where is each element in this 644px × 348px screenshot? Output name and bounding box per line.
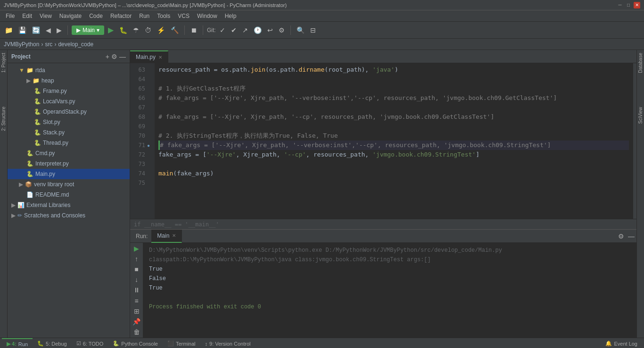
git-check-btn[interactable]: ✓ <box>218 25 227 35</box>
editor-tab-close[interactable]: ✕ <box>158 55 162 60</box>
code-editor[interactable]: 63 64 65 66 67 68 69 70 71 72 73 74 75 <box>130 63 636 219</box>
concurrency-button[interactable]: ⚡ <box>155 25 167 35</box>
window-controls[interactable]: ─ □ ✕ <box>617 2 640 8</box>
run-play-btn[interactable]: ▶ <box>132 245 141 252</box>
code-body[interactable]: resources_path = os.path.join(os.path.di… <box>155 63 633 219</box>
toolbar-project-btn[interactable]: 📁 <box>3 25 15 35</box>
run-button[interactable]: ▶ <box>106 25 116 35</box>
git-tick-btn[interactable]: ✔ <box>229 25 239 35</box>
git-settings-btn[interactable]: ⚙ <box>277 25 287 35</box>
tree-item-interpreter[interactable]: 🐍 Interpreter.py <box>8 158 130 169</box>
editor-scrollbar[interactable] <box>633 63 636 219</box>
tree-item-frame[interactable]: 🐍 Frame.py <box>8 86 130 96</box>
menu-vcs[interactable]: VCS <box>174 10 193 22</box>
menu-view[interactable]: View <box>36 10 56 22</box>
menu-window[interactable]: Window <box>193 10 221 22</box>
toolbar-forward-btn[interactable]: ▶ <box>55 25 64 35</box>
btm-tab-run[interactable]: ▶ 4: Run <box>2 338 33 348</box>
code-line-75 <box>158 178 629 188</box>
tree-item-cmd[interactable]: 🐍 Cmd.py <box>8 148 130 158</box>
tree-item-localvars[interactable]: 🐍 LocalVars.py <box>8 96 130 107</box>
toolbar-sep-1 <box>67 25 68 35</box>
toolbar-back-btn[interactable]: ◀ <box>44 25 53 35</box>
tree-item-main[interactable]: 🐍 Main.py <box>8 169 130 179</box>
menu-run[interactable]: Run <box>135 10 153 22</box>
close-button[interactable]: ✕ <box>634 2 640 8</box>
run-pin-btn[interactable]: 📌 <box>132 318 141 325</box>
git-clock-btn[interactable]: 🕐 <box>252 25 264 35</box>
run-trash-btn[interactable]: 🗑 <box>132 328 141 336</box>
tree-item-stack[interactable]: 🐍 Stack.py <box>8 127 130 138</box>
layout-btn[interactable]: ⊟ <box>308 25 318 35</box>
breadcrumb-src[interactable]: src <box>45 41 52 48</box>
git-area: Git: ✓ ✔ ↗ 🕐 ↩ ⚙ <box>207 25 287 35</box>
sidebar-tab-sciview[interactable]: SciView <box>637 104 644 126</box>
menu-code[interactable]: Code <box>85 10 107 22</box>
tree-item-operandstack[interactable]: 🐍 OperandStack.py <box>8 107 130 117</box>
git-label: Git: <box>207 27 216 33</box>
tree-item-heap[interactable]: ▶ 📁 heap <box>8 75 130 86</box>
tree-item-rtda[interactable]: ▼ 📁 rtda <box>8 65 130 75</box>
tree-label-rtda: rtda <box>35 67 45 74</box>
line-numbers: 63 64 65 66 67 68 69 70 71 72 73 74 75 <box>130 63 147 219</box>
btm-tab-debug[interactable]: 🐛 5: Debug <box>33 338 72 348</box>
btm-tab-python-console[interactable]: 🐍 Python Console <box>108 338 163 348</box>
tree-item-scratches[interactable]: ▶ ✏ Scratches and Consoles <box>8 210 130 221</box>
search-btn[interactable]: 🔍 <box>295 25 306 35</box>
breadcrumb-root[interactable]: JVMByPython <box>4 41 39 48</box>
run-lines-btn[interactable]: ≡ <box>132 297 141 305</box>
project-close-btn[interactable]: — <box>119 53 126 60</box>
btm-tab-todo[interactable]: ☑ 6: TODO <box>72 338 108 348</box>
bottom-tab-main-label: Main <box>157 232 169 239</box>
sidebar-tab-database[interactable]: Database <box>637 50 644 76</box>
tree-item-readme[interactable]: 📄 README.md <box>8 190 130 200</box>
debug-button[interactable]: 🐛 <box>117 25 129 35</box>
btm-tab-vcs[interactable]: ↕ 9: Version Control <box>200 338 256 348</box>
profile-button[interactable]: ⏱ <box>143 25 153 35</box>
sidebar-tab-structure[interactable]: 2: Structure <box>0 104 7 134</box>
run-down-btn[interactable]: ↓ <box>132 276 141 283</box>
bottom-tab-run[interactable]: Main ✕ <box>151 230 182 243</box>
tree-item-thread[interactable]: 🐍 Thread.py <box>8 138 130 148</box>
tree-item-slot[interactable]: 🐍 Slot.py <box>8 117 130 127</box>
btm-terminal-icon: ⬛ <box>167 340 174 347</box>
coverage-button[interactable]: ☂ <box>131 25 141 35</box>
maximize-button[interactable]: □ <box>625 2 632 8</box>
menu-tools[interactable]: Tools <box>153 10 174 22</box>
menu-file[interactable]: File <box>2 10 18 22</box>
git-undo-btn[interactable]: ↩ <box>265 25 275 35</box>
bottom-panel-settings-btn[interactable]: ⚙ <box>618 232 624 240</box>
build-button[interactable]: 🔨 <box>169 25 181 35</box>
run-config-button[interactable]: ▶ Main ▾ <box>72 25 104 35</box>
run-pause-btn[interactable]: ⏸ <box>132 286 141 294</box>
toolbar-stop-btn[interactable]: ⏹ <box>189 25 199 35</box>
bottom-panel-close-btn[interactable]: — <box>628 232 635 240</box>
minimize-button[interactable]: ─ <box>617 2 623 8</box>
py-icon-thread: 🐍 <box>34 140 41 146</box>
toolbar-save-btn[interactable]: 💾 <box>17 25 28 35</box>
tree-item-venv[interactable]: ▶ 📦 venv library root <box>8 179 130 190</box>
git-arrow-btn[interactable]: ↗ <box>240 25 250 35</box>
menu-navigate[interactable]: Navigate <box>56 10 85 22</box>
editor-column: Main.py ✕ 63 64 65 66 67 68 69 70 71 72 … <box>130 50 636 338</box>
project-settings-btn[interactable]: ⚙ <box>111 53 117 60</box>
menu-edit[interactable]: Edit <box>18 10 36 22</box>
btm-tab-event-log[interactable]: 🔔 Event Log <box>601 338 642 348</box>
run-stop-btn[interactable]: ■ <box>132 265 141 273</box>
bottom-tab-main-close[interactable]: ✕ <box>172 233 176 238</box>
project-add-btn[interactable]: + <box>106 53 109 60</box>
breadcrumb-develop-code[interactable]: develop_code <box>58 41 93 48</box>
btm-tab-terminal[interactable]: ⬛ Terminal <box>163 338 200 348</box>
btm-terminal-label: Terminal <box>176 341 196 347</box>
sidebar-tab-project[interactable]: 1: Project <box>0 50 7 75</box>
run-table-btn[interactable]: ⊞ <box>132 307 141 315</box>
toolbar: 📁 💾 🔄 ◀ ▶ ▶ Main ▾ ▶ 🐛 ☂ ⏱ ⚡ 🔨 ⏹ Git: ✓ … <box>0 22 644 39</box>
tree-item-extlibs[interactable]: ▶ 📊 External Libraries <box>8 200 130 210</box>
editor-tab-main[interactable]: Main.py ✕ <box>130 50 168 63</box>
code-line-68: # fake_args = ['--Xjre', Xjre_path, '--c… <box>158 112 629 122</box>
editor-tab-label: Main.py <box>136 54 156 60</box>
menu-refactor[interactable]: Refactor <box>107 10 135 22</box>
run-up-btn[interactable]: ↑ <box>132 255 141 263</box>
menu-help[interactable]: Help <box>221 10 240 22</box>
toolbar-sync-btn[interactable]: 🔄 <box>30 25 42 35</box>
